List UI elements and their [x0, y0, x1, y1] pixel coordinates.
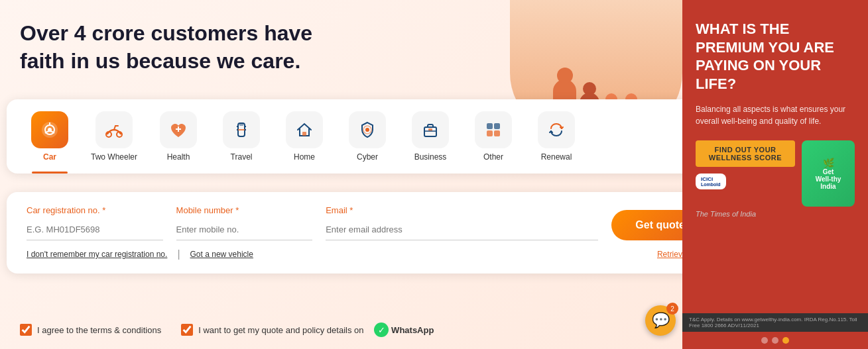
icici-logo: ICICI Lombold: [696, 174, 726, 189]
tab-renewal[interactable]: Renewal: [527, 106, 586, 167]
tab-travel[interactable]: Travel: [212, 106, 271, 167]
terms-label: I agree to the terms & conditions: [37, 325, 161, 335]
wellness-score-btn[interactable]: FIND OUT YOUR WELLNESS SCORE: [696, 140, 795, 167]
tab-two-wheeler[interactable]: Two Wheeler: [83, 106, 145, 167]
dot-1[interactable]: [761, 337, 768, 344]
dot-2[interactable]: [772, 337, 778, 344]
tab-home-label: Home: [294, 152, 315, 162]
renewal-icon: [538, 111, 575, 148]
ad-logo-area: ICICI Lombold: [696, 174, 795, 189]
chat-bubble[interactable]: 💬 2: [645, 305, 676, 336]
svg-point-14: [365, 128, 369, 132]
svg-rect-7: [239, 123, 243, 126]
tab-cyber[interactable]: Cyber: [338, 106, 397, 167]
whatsapp-icon-wrap: ✓ WhatsApp: [369, 323, 434, 337]
dot-3-active[interactable]: [782, 337, 789, 344]
tab-car-label: Car: [43, 152, 56, 162]
tab-travel-label: Travel: [231, 152, 253, 162]
email-input[interactable]: [326, 219, 598, 240]
insurance-tabs: Car Two Wheeler: [7, 99, 729, 174]
travel-icon: [223, 111, 260, 148]
divider: |: [177, 248, 180, 260]
ad-content: WHAT IS THE PREMIUM YOU ARE PAYING ON YO…: [682, 0, 868, 313]
car-icon: [31, 111, 68, 148]
whatsapp-circle-icon: ✓: [374, 323, 389, 337]
svg-rect-19: [487, 123, 493, 129]
terms-checkbox-item: I agree to the terms & conditions: [20, 324, 161, 336]
new-vehicle-link[interactable]: Got a new vehicle: [190, 250, 253, 259]
times-of-india-logo: The Times of India: [696, 210, 855, 218]
tab-two-wheeler-label: Two Wheeler: [91, 152, 137, 162]
hero-headline: Over 4 crore customers have faith in us …: [20, 20, 351, 75]
chat-badge: 2: [666, 303, 678, 315]
form-fields-row: Car registration no. * Mobile number * E…: [27, 205, 709, 240]
mobile-number-label: Mobile number *: [176, 205, 313, 215]
tabs-row: Car Two Wheeler: [20, 106, 715, 167]
hero-text-block: Over 4 crore customers have faith in us …: [20, 20, 351, 75]
tab-business-label: Business: [414, 152, 447, 162]
health-icon: [160, 111, 197, 148]
chat-icon: 💬: [652, 312, 670, 329]
svg-rect-13: [302, 132, 306, 136]
form-links: I don't remember my car registration no.…: [27, 248, 709, 260]
other-icon: [475, 111, 512, 148]
svg-rect-21: [487, 130, 493, 136]
two-wheeler-icon: [95, 111, 133, 148]
tab-other-label: Other: [483, 152, 503, 162]
business-icon: [412, 111, 449, 148]
mobile-number-input[interactable]: [176, 219, 313, 240]
forgot-registration-link[interactable]: I don't remember my car registration no.: [27, 250, 167, 259]
svg-rect-22: [494, 130, 500, 136]
ad-disclaimer: T&C Apply. Details on www.getwelthy-indi…: [682, 313, 868, 332]
ad-book-cover: 🌿 GetWell-thyIndia: [802, 140, 855, 207]
car-registration-input[interactable]: [27, 219, 163, 240]
mobile-number-field: Mobile number *: [176, 205, 313, 240]
hero-section: Over 4 crore customers have faith in us …: [0, 0, 868, 349]
tab-renewal-label: Renewal: [541, 152, 572, 162]
car-registration-label: Car registration no. *: [27, 205, 163, 215]
car-registration-field: Car registration no. *: [27, 205, 163, 240]
cyber-icon: [349, 111, 386, 148]
tab-car[interactable]: Car: [20, 106, 80, 167]
ad-subtitle: Balancing all aspects is what ensures yo…: [696, 103, 855, 127]
tab-health-label: Health: [167, 152, 190, 162]
tab-home[interactable]: Home: [275, 106, 334, 167]
consent-checkboxes: I agree to the terms & conditions I want…: [7, 317, 729, 342]
tab-business[interactable]: Business: [401, 106, 460, 167]
svg-rect-20: [494, 123, 500, 129]
email-label: Email *: [326, 205, 598, 215]
whatsapp-brand: WhatsApp: [391, 325, 434, 335]
insurance-form: Car registration no. * Mobile number * E…: [7, 192, 729, 274]
ad-title: WHAT IS THE PREMIUM YOU ARE PAYING ON YO…: [696, 20, 855, 93]
ad-pagination-dots: [682, 332, 868, 349]
whatsapp-label: I want to get my quote and policy detail…: [198, 325, 363, 335]
whatsapp-checkbox[interactable]: [181, 324, 193, 336]
tab-cyber-label: Cyber: [357, 152, 378, 162]
tab-health[interactable]: Health: [149, 106, 208, 167]
home-icon: [286, 111, 323, 148]
whatsapp-checkbox-item: I want to get my quote and policy detail…: [181, 323, 434, 337]
ad-panel: WHAT IS THE PREMIUM YOU ARE PAYING ON YO…: [682, 0, 868, 349]
tab-other[interactable]: Other: [464, 106, 523, 167]
terms-checkbox[interactable]: [20, 324, 32, 336]
email-field: Email *: [326, 205, 598, 240]
